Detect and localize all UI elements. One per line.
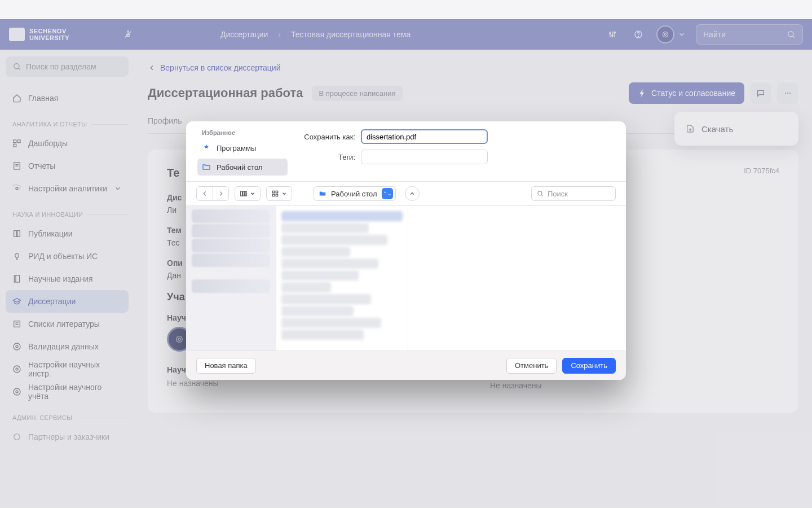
list-item[interactable] (192, 224, 270, 238)
svg-rect-42 (245, 191, 246, 196)
svg-rect-45 (272, 194, 275, 196)
save-as-label: Сохранить как: (288, 133, 355, 141)
tags-input[interactable] (361, 150, 488, 164)
columns-icon (240, 190, 248, 198)
file-item[interactable] (281, 330, 364, 340)
chevron-up-icon (409, 190, 416, 197)
folder-icon (202, 163, 211, 172)
dialog-search[interactable]: Поиск (531, 186, 616, 201)
file-preview (408, 206, 626, 351)
button-label: Отменить (515, 361, 548, 370)
list-item[interactable] (192, 253, 270, 267)
file-item[interactable] (281, 270, 359, 281)
file-item[interactable] (281, 259, 378, 269)
button-label: Сохранить (571, 361, 607, 370)
favorites-header: Избранное (202, 129, 288, 136)
search-icon (536, 190, 544, 198)
chevron-left-icon (201, 190, 209, 198)
fav-label: Программы (217, 144, 256, 152)
grid-icon (271, 190, 279, 198)
search-placeholder: Поиск (548, 190, 568, 198)
svg-rect-40 (241, 191, 242, 196)
file-item[interactable] (281, 306, 354, 316)
filename-input[interactable] (361, 129, 488, 144)
chevron-down-icon (281, 191, 287, 196)
file-item[interactable] (281, 247, 350, 257)
svg-rect-43 (272, 191, 275, 193)
view-grid[interactable] (266, 186, 292, 201)
file-item[interactable] (281, 235, 387, 245)
tags-label: Теги: (288, 153, 355, 161)
svg-rect-46 (276, 194, 278, 196)
view-columns[interactable] (235, 186, 261, 201)
chevron-down-icon (250, 191, 255, 196)
file-item[interactable] (281, 318, 381, 328)
fav-desktop[interactable]: Рабочий стол (197, 159, 288, 176)
nav-back[interactable] (197, 187, 213, 200)
location-selector[interactable]: Рабочий стол ⌃⌄ (314, 186, 396, 201)
chevron-right-icon (217, 190, 225, 198)
svg-rect-41 (243, 191, 245, 196)
apps-icon (202, 143, 211, 152)
dropdown-toggle-icon: ⌃⌄ (382, 188, 393, 199)
button-label: Новая папка (205, 361, 248, 370)
list-item[interactable] (192, 279, 270, 293)
dialog-toolbar: Рабочий стол ⌃⌄ Поиск (186, 181, 626, 206)
nav-forward[interactable] (213, 187, 228, 200)
svg-rect-44 (276, 191, 278, 193)
fav-apps[interactable]: Программы (197, 139, 288, 156)
collapse-toggle[interactable] (405, 186, 420, 201)
cancel-button[interactable]: Отменить (506, 358, 557, 374)
fav-label: Рабочий стол (217, 163, 263, 172)
new-folder-button[interactable]: Новая папка (196, 358, 256, 374)
file-item[interactable] (281, 282, 331, 292)
location-label: Рабочий стол (331, 190, 377, 198)
list-item[interactable] (192, 209, 270, 223)
file-column (276, 206, 408, 351)
save-button[interactable]: Сохранить (562, 358, 616, 374)
folder-icon (319, 190, 326, 198)
svg-line-48 (541, 195, 542, 196)
dialog-sidebar-list (186, 206, 276, 351)
svg-point-47 (538, 191, 542, 195)
file-item[interactable] (281, 223, 369, 233)
file-item[interactable] (281, 211, 403, 221)
save-dialog: Избранное Программы Рабочий стол Сохрани… (186, 121, 626, 380)
file-item[interactable] (281, 294, 371, 304)
list-item[interactable] (192, 239, 270, 252)
nav-back-forward (196, 186, 229, 201)
